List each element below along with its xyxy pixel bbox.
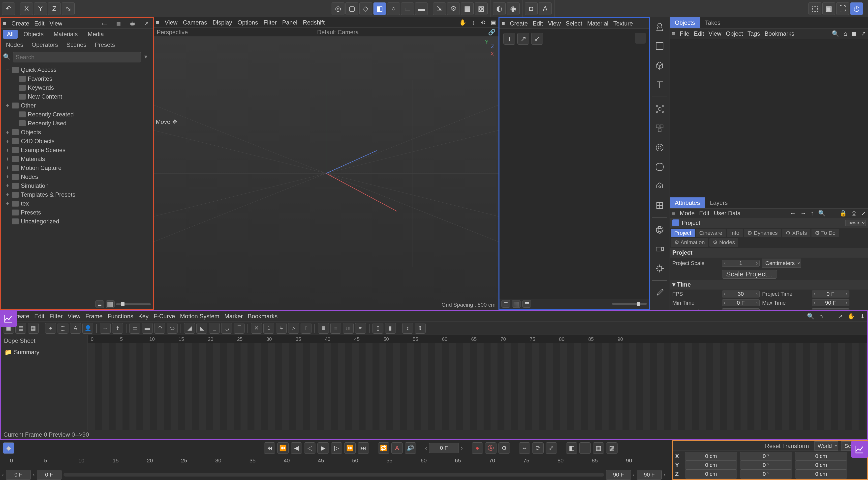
- rectangle-icon[interactable]: [652, 39, 667, 54]
- view-list-button[interactable]: ≡: [95, 301, 104, 308]
- rp-zoom-slider[interactable]: [612, 303, 647, 305]
- coord-system-select[interactable]: World: [814, 441, 838, 450]
- soft-sel-b-button[interactable]: ◉: [507, 2, 520, 15]
- summary-row[interactable]: 📁 Summary: [1, 347, 88, 358]
- expand-button[interactable]: ⤢: [531, 33, 543, 44]
- particle-icon[interactable]: [652, 102, 667, 116]
- cloner-icon[interactable]: [652, 121, 667, 136]
- subtab-presets[interactable]: Presets: [92, 41, 118, 49]
- attr-search-icon[interactable]: 🔍: [818, 210, 826, 217]
- grid-button[interactable]: ▦: [461, 2, 474, 15]
- play-back-button[interactable]: ◁: [304, 442, 315, 454]
- timeline-tool-button[interactable]: ⎍: [301, 323, 311, 334]
- axis-snap-button[interactable]: ⇲: [433, 2, 446, 15]
- record-button[interactable]: ●: [472, 442, 483, 454]
- xy-graph-icon[interactable]: [0, 310, 17, 327]
- prev-key-button[interactable]: ⏪: [277, 442, 289, 454]
- axis-z-button[interactable]: Z: [48, 2, 61, 15]
- tl-view[interactable]: View: [68, 313, 81, 320]
- timeline-tool-button[interactable]: ↔: [100, 323, 111, 334]
- filter-icon[interactable]: ≣: [114, 20, 123, 27]
- axis-y-button[interactable]: Y: [34, 2, 47, 15]
- timeline-tool-button[interactable]: ▭: [129, 323, 141, 334]
- key-pos-button[interactable]: ↔: [519, 442, 530, 454]
- preset-select[interactable]: Default: [845, 220, 866, 227]
- timeline-tool-button[interactable]: ≈: [355, 323, 366, 334]
- render-frame-button[interactable]: ▣: [823, 2, 835, 15]
- tree-item[interactable]: Keywords: [1, 83, 153, 92]
- plane-tool-button[interactable]: ▭: [401, 2, 414, 15]
- attr-filter-icon[interactable]: ≣: [830, 210, 835, 217]
- om-search-icon[interactable]: 🔍: [832, 30, 839, 37]
- project-scale-unit[interactable]: Centimeters: [762, 259, 801, 268]
- timeline-tool-button[interactable]: ⤈: [112, 323, 123, 334]
- search-options-dropdown[interactable]: [143, 53, 151, 61]
- scale-project-button[interactable]: Scale Project...: [722, 270, 777, 279]
- select-live-button[interactable]: ◎: [332, 2, 344, 15]
- range-end2-field[interactable]: [637, 470, 662, 480]
- tl-download-icon[interactable]: ⬇: [860, 313, 865, 320]
- deformer-icon[interactable]: [652, 160, 667, 174]
- subtab-cineware[interactable]: Cineware: [695, 229, 726, 237]
- max-time-field[interactable]: ‹›: [812, 300, 849, 306]
- camera-icon[interactable]: [652, 242, 667, 256]
- hamburger-icon[interactable]: ≡: [156, 19, 159, 26]
- tab-objects[interactable]: Objects: [20, 30, 48, 39]
- tl-home-icon[interactable]: ⌂: [819, 313, 823, 320]
- menu-create[interactable]: Create: [11, 20, 29, 27]
- menu-view[interactable]: View: [49, 20, 62, 27]
- timeline-tool-button[interactable]: ▤: [16, 323, 26, 334]
- timeline-tool-button[interactable]: ◠: [154, 323, 165, 334]
- tab-layers[interactable]: Layers: [705, 197, 733, 208]
- tl-search-icon[interactable]: 🔍: [807, 313, 814, 320]
- rp-grid-view[interactable]: ▦: [512, 300, 521, 308]
- tree-item[interactable]: +Materials: [1, 155, 153, 164]
- menu-edit[interactable]: Edit: [34, 20, 44, 27]
- subtab-info[interactable]: Info: [726, 229, 743, 237]
- rp-layers-view[interactable]: ≣: [522, 300, 531, 308]
- timeline-tool-button[interactable]: ⤷: [276, 323, 287, 334]
- subtab-dynamics[interactable]: ⚙ Dynamics: [744, 229, 781, 237]
- timeline-tool-button[interactable]: ◣: [196, 323, 207, 334]
- rp-menu-material[interactable]: Material: [587, 20, 608, 27]
- vp-menu-filter[interactable]: Filter: [264, 19, 277, 26]
- min-time-field[interactable]: ‹›: [722, 300, 760, 306]
- range-end-field[interactable]: [606, 470, 631, 480]
- subtab-nodes[interactable]: ⚙ Nodes: [709, 238, 739, 247]
- keyframe-diamond-button[interactable]: ◆: [3, 442, 14, 454]
- tree-item[interactable]: +Simulation: [1, 181, 153, 190]
- pos-y-field[interactable]: [685, 461, 737, 470]
- tl-filter[interactable]: Filter: [49, 313, 62, 320]
- key-rot-button[interactable]: ⟳: [532, 442, 544, 454]
- tree-item[interactable]: Recently Created: [1, 110, 153, 119]
- light-icon[interactable]: [652, 261, 667, 276]
- record-icon[interactable]: ◉: [128, 20, 137, 27]
- timeline-tool-button[interactable]: ▦: [28, 323, 39, 334]
- timeline-tool-button[interactable]: ⇕: [415, 323, 426, 334]
- cube-icon[interactable]: [652, 58, 667, 73]
- loop-button[interactable]: 🔁: [378, 442, 390, 454]
- add-button[interactable]: ＋: [503, 33, 515, 44]
- render-region-button[interactable]: ⬚: [808, 2, 822, 15]
- vp-menu-panel[interactable]: Panel: [282, 19, 297, 26]
- select-rect-button[interactable]: ▢: [345, 2, 359, 15]
- subtab-nodes[interactable]: Nodes: [3, 41, 26, 49]
- om-bookmarks[interactable]: Bookmarks: [765, 30, 794, 37]
- render-settings-button[interactable]: ⛶: [836, 2, 849, 15]
- vp-menu-options[interactable]: Options: [238, 19, 258, 26]
- select-lasso-button[interactable]: ◇: [359, 2, 372, 15]
- timeline-tool-button[interactable]: ▯: [372, 323, 383, 334]
- tl-hand-icon[interactable]: ✋: [848, 313, 855, 320]
- xy-graph-icon[interactable]: [851, 441, 868, 458]
- timeline-tool-button[interactable]: ≋: [343, 323, 354, 334]
- vp-menu-view[interactable]: View: [165, 19, 178, 26]
- pos-x-field[interactable]: [685, 452, 737, 461]
- tree-item[interactable]: +C4D Objects: [1, 137, 153, 146]
- scl-x-field[interactable]: [795, 452, 847, 461]
- tl-motion[interactable]: Motion System: [180, 313, 219, 320]
- tree-item[interactable]: New Content: [1, 92, 153, 101]
- om-view[interactable]: View: [709, 30, 721, 37]
- layout-toggle-button[interactable]: ◷: [850, 2, 863, 15]
- key-anim-button[interactable]: ▦: [593, 442, 604, 454]
- scl-y-field[interactable]: [795, 461, 847, 470]
